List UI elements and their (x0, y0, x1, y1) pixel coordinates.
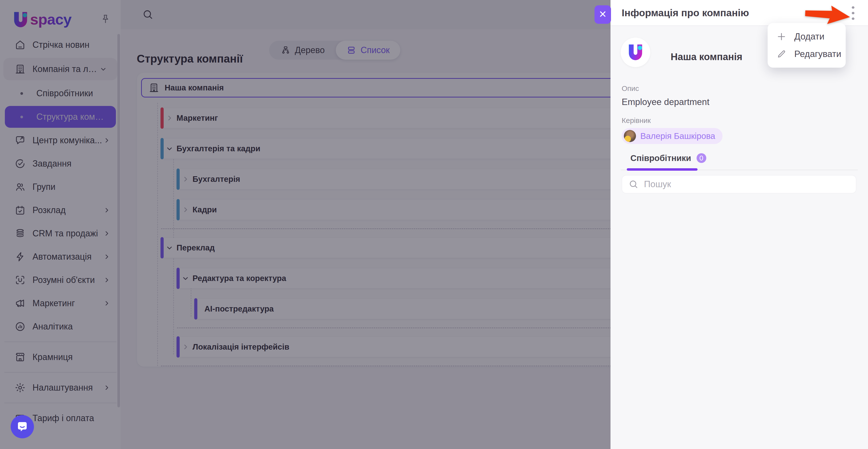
description-value: Employee department (622, 97, 709, 107)
company-avatar (621, 38, 650, 67)
count-badge: 0 (696, 153, 706, 163)
panel-title: Інформація про компанію (622, 0, 749, 26)
modal-backdrop[interactable] (0, 0, 611, 449)
search-input[interactable] (644, 179, 849, 190)
manager-name: Валерія Башкірова (640, 131, 715, 141)
tab-employees[interactable]: Співробітники 0 (630, 153, 706, 163)
tab-label: Співробітники (630, 153, 691, 163)
manager-chip[interactable]: Валерія Башкірова (622, 128, 722, 144)
description-label: Опис (622, 84, 639, 93)
uspacy-logo-icon (626, 43, 645, 62)
menu-item-label: Редагувати (794, 49, 841, 59)
employee-search (622, 175, 856, 193)
menu-item-icon (776, 49, 786, 59)
close-icon (598, 9, 608, 20)
active-tab-underline (627, 168, 698, 171)
manager-label: Керівник (622, 116, 651, 125)
chat-icon (16, 420, 29, 433)
close-panel-button[interactable] (594, 5, 611, 24)
search-icon (628, 179, 639, 189)
chat-launcher-button[interactable] (11, 415, 34, 438)
menu-item-label: Додати (794, 32, 824, 42)
menu-item[interactable]: Редагувати (768, 45, 846, 63)
company-name: Наша компанія (671, 52, 742, 62)
menu-item-icon (776, 32, 786, 42)
context-menu: Додати Редагувати (768, 23, 846, 68)
menu-item[interactable]: Додати (768, 28, 846, 45)
uspacy-app: spacy Стрічка новин Компанія та люди Спі… (0, 0, 868, 449)
avatar (624, 130, 636, 142)
